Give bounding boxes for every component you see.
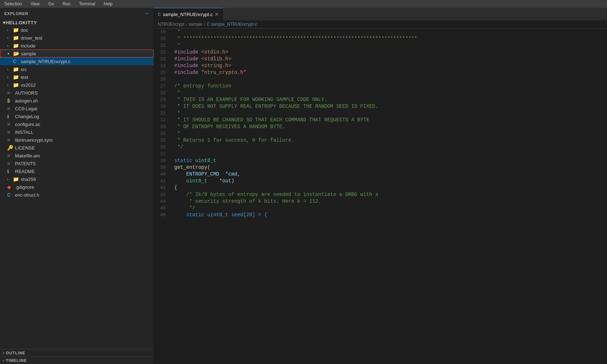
line-content[interactable]: /* entropy function [171,83,607,90]
editor-area: C sample_NTRUEncrypt.c ✕ NTRUEncrypt › s… [154,8,607,364]
breadcrumb-file[interactable]: C sample_NTRUEncrypt.c [207,22,257,27]
line-content[interactable]: * [171,42,607,49]
line-content[interactable]: #include "ntru_crypto.h" [171,69,607,76]
sidebar-item-install[interactable]: ≡ INSTALL [0,128,154,136]
sidebar-item-include[interactable]: › 📁 include [0,42,154,50]
code-line: 37 [154,151,607,157]
menu-view[interactable]: View [29,1,41,6]
breadcrumb-sep-1: › [186,22,187,27]
code-table: 19 *20 * *******************************… [154,29,607,218]
gitignore-icon: ◆ [7,184,13,190]
line-number: 30 [154,103,171,110]
line-content[interactable]: * THIS IS AN EXAMPLE FOR WORKING SAMPLE … [171,96,607,103]
line-content[interactable]: * [171,29,607,35]
text-file-icon: ≡ [7,153,13,158]
sidebar-item-changelog[interactable]: ℹ ChangeLog [0,112,154,120]
code-editor[interactable]: 19 *20 * *******************************… [154,29,607,364]
sidebar-item-libntruencrypt[interactable]: ≡ libntruencrypt.sym [0,136,154,144]
folder-icon: 📁 [13,43,19,49]
sidebar-item-autogen[interactable]: $ autogen.sh [0,97,154,105]
line-content[interactable]: * IT DOES NOT SUPPLY REAL ENTROPY BECAUS… [171,103,607,110]
sidebar-item-authors[interactable]: ≡ AUTHORS [0,89,154,97]
sidebar-item-cc0[interactable]: ≡ CC0-Legal [0,105,154,112]
sidebar-item-test[interactable]: › 📁 test [0,73,154,81]
sidebar-item-configure[interactable]: ≡ configure.ac [0,120,154,128]
sidebar: EXPLORER ··· ▾ HELLOKITTY › 📁 doc › 📁 dr… [0,8,154,364]
line-content[interactable] [171,76,607,83]
code-line: 44 * security strength of k bits. Here k… [154,198,607,205]
line-content[interactable] [171,151,607,157]
line-number: 46 [154,212,171,218]
line-content[interactable]: ENTROPY_CMD *cmd, [171,171,607,178]
line-number: 37 [154,151,171,157]
code-line: 29 * THIS IS AN EXAMPLE FOR WORKING SAMP… [154,96,607,103]
sidebar-item-patents[interactable]: ≡ PATENTS [0,160,154,167]
line-content[interactable]: * [171,130,607,137]
sidebar-item-makefile[interactable]: ≡ Makefile.am [0,152,154,160]
sidebar-item-gitignore[interactable]: ◆ .gitignore [0,183,154,191]
code-line: 26 [154,76,607,83]
menu-go[interactable]: Go [47,1,55,6]
breadcrumb-ntruencrypt[interactable]: NTRUEncrypt [158,22,184,27]
code-line: 21 * [154,42,607,49]
line-content[interactable]: #include <string.h> [171,62,607,69]
folder-icon: 📁 [13,66,19,72]
line-number: 32 [154,117,171,123]
line-content[interactable]: #include <stdlib.h> [171,56,607,62]
more-icon[interactable]: ··· [145,11,149,16]
sidebar-item-enc-struct[interactable]: C enc-struct.h [0,191,154,199]
text-file-icon: ≡ [7,121,13,127]
outline-section[interactable]: › OUTLINE [0,349,154,357]
line-number: 40 [154,171,171,178]
sidebar-item-doc[interactable]: › 📁 doc [0,26,154,34]
line-number: 44 [154,198,171,205]
code-line: 42{ [154,184,607,191]
sidebar-item-license[interactable]: 🔑 LICENSE [0,144,154,152]
line-content[interactable]: { [171,184,607,191]
line-content[interactable]: * [171,90,607,96]
timeline-section[interactable]: › TIMELINE [0,357,154,364]
chevron-right-icon: › [7,36,11,40]
tab-close-button[interactable]: ✕ [215,12,219,17]
line-content[interactable]: * IT SHOULD BE CHANGED SO THAT EACH COMM… [171,117,607,123]
sidebar-header: EXPLORER ··· [0,8,154,19]
sidebar-item-driver-test[interactable]: › 📁 driver_test [0,34,154,42]
line-content[interactable]: */ [171,144,607,151]
sidebar-item-vs2012[interactable]: › 📁 vs2012 [0,81,154,89]
line-number: 22 [154,49,171,56]
active-tab[interactable]: C sample_NTRUEncrypt.c ✕ [154,8,223,20]
sidebar-item-sample-ntruencrypt[interactable]: C sample_NTRUEncrypt.c [0,57,154,65]
sidebar-item-src[interactable]: › 📁 src [0,65,154,73]
sidebar-item-label: driver_test [21,35,42,41]
line-content[interactable]: /* 2k/8 bytes of entropy are needed to i… [171,191,607,198]
line-number: 27 [154,83,171,90]
menu-selection[interactable]: Selection [3,1,23,6]
line-content[interactable]: static uint8_t [171,157,607,164]
code-line: 46 static uint8_t seed[28] = { [154,212,607,218]
menu-terminal[interactable]: Terminal [77,1,96,6]
sidebar-item-sha256[interactable]: › 📁 sha256 [0,175,154,183]
breadcrumb-sample[interactable]: sample [189,22,202,27]
line-content[interactable]: * [171,110,607,117]
line-number: 35 [154,137,171,144]
outline-label: OUTLINE [6,351,25,355]
line-number: 31 [154,110,171,117]
explorer-title: EXPLORER [4,11,29,16]
code-line: 41 uint8_t *out) [154,178,607,184]
sidebar-item-label: autogen.sh [15,98,38,103]
line-content[interactable]: * security strength of k bits. Here k = … [171,198,607,205]
menu-run[interactable]: Run [61,1,72,6]
chevron-right-icon: › [7,75,11,79]
line-content[interactable]: * Returns 1 for success, 0 for failure. [171,137,607,144]
line-content[interactable]: * OF ENTROPY RECEIVES A RANDOM BYTE. [171,123,607,130]
line-content[interactable]: get_entropy( [171,164,607,171]
line-content[interactable]: static uint8_t seed[28] = { [171,212,607,218]
line-content[interactable]: #include <stdio.h> [171,49,607,56]
line-content[interactable]: */ [171,205,607,212]
sidebar-item-readme[interactable]: ℹ README [0,167,154,175]
menu-help[interactable]: Help [102,1,114,6]
sidebar-item-sample[interactable]: ▾ 📂 sample [0,50,154,57]
sidebar-root[interactable]: ▾ HELLOKITTY [0,19,154,26]
line-content[interactable]: uint8_t *out) [171,178,607,184]
line-content[interactable]: * **************************************… [171,35,607,42]
